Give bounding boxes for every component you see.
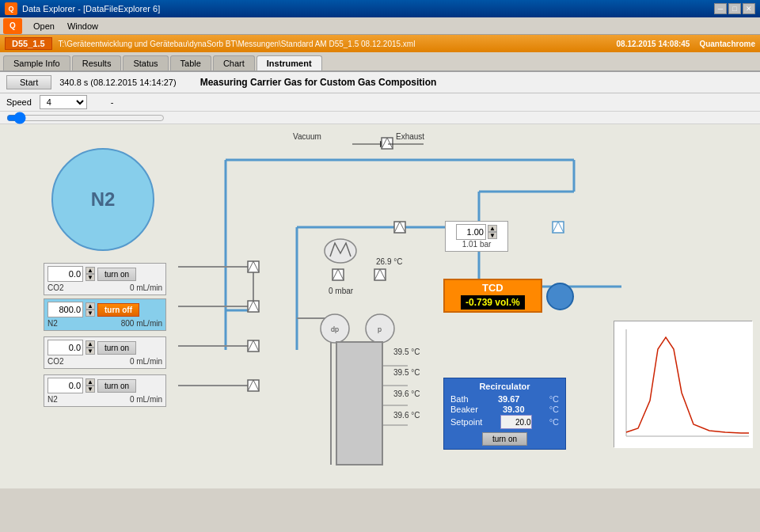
chart-svg <box>614 321 753 448</box>
bath-value: 39.67 <box>498 394 520 404</box>
title-bar: Q Data Explorer - [DataFileExplorer 6] ─… <box>0 0 760 17</box>
n2-active-input[interactable] <box>48 302 83 317</box>
menu-bar: Q Open Window <box>0 17 760 35</box>
n2-circle: N2 <box>51 148 154 251</box>
n2-active-flow: 800 mL/min <box>121 319 162 328</box>
software-name: Quantachrome <box>699 40 755 48</box>
menu-window[interactable]: Window <box>61 20 104 32</box>
svg-point-31 <box>325 239 356 263</box>
recirc-turn-on-btn[interactable]: turn on <box>482 432 527 446</box>
co2-top-btn[interactable]: turn on <box>97 268 136 281</box>
setpoint-unit: °C <box>549 417 559 427</box>
tcd-box: TCD -0.739 vol.% <box>443 279 542 313</box>
pressure-spinner[interactable]: ▲ ▼ <box>488 225 497 239</box>
temp-label-3: 39.6 °C <box>393 390 420 398</box>
co2-mid-input[interactable] <box>48 340 83 355</box>
beaker-unit: °C <box>549 405 559 414</box>
n2-bottom-input[interactable] <box>48 378 83 393</box>
n2-bottom-btn[interactable]: turn on <box>97 379 136 393</box>
co2-top-gas: CO2 <box>48 283 64 292</box>
svg-rect-20 <box>248 380 259 391</box>
mbar-label: 0 mbar <box>329 287 353 295</box>
svg-text:p: p <box>378 325 382 333</box>
n2-bottom-down[interactable]: ▼ <box>86 386 95 393</box>
svg-rect-32 <box>332 269 344 280</box>
svg-rect-44 <box>553 222 564 233</box>
co2-top-flow: 0 mL/min <box>130 283 162 292</box>
file-bar: D55_1.5 T:\Geräteentwicklung und Geräteb… <box>0 35 760 52</box>
temp-label-1: 39.5 °C <box>393 348 420 356</box>
tab-bar: Sample Info Results Status Table Chart I… <box>0 52 760 72</box>
co2-top-down[interactable]: ▼ <box>86 274 95 281</box>
tcd-value: -0.739 vol.% <box>461 295 525 310</box>
speed-select[interactable]: 41235 <box>40 95 87 109</box>
file-datetime: 08.12.2015 14:08:45 <box>617 40 690 48</box>
n2-bottom-spinner[interactable]: ▲ ▼ <box>86 378 95 393</box>
setpoint-input[interactable] <box>500 415 532 429</box>
pressure-input[interactable] <box>456 224 486 240</box>
temp-label-4: 39.6 °C <box>393 411 420 420</box>
file-id: D55_1.5 <box>5 37 52 50</box>
n2-active-up[interactable]: ▲ <box>86 302 95 310</box>
svg-rect-11 <box>248 261 259 272</box>
n2-active-down[interactable]: ▼ <box>86 310 95 317</box>
blue-detector-circle <box>546 283 574 310</box>
title-text: Data Explorer - [DataFileExplorer 6] <box>22 4 714 13</box>
co2-top-spinner[interactable]: ▲ ▼ <box>86 267 95 281</box>
temp-label-2: 39.5 °C <box>393 368 420 377</box>
app-icon: Q <box>5 2 17 15</box>
n2-active-gas: N2 <box>48 319 58 328</box>
exhaust-label: Exhaust <box>396 132 424 141</box>
file-path: T:\Geräteentwicklung und Gerätebau\dynaS… <box>59 40 617 48</box>
n2-bottom-flow: 0 mL/min <box>130 395 162 404</box>
start-button[interactable]: Start <box>6 75 51 89</box>
control-co2-mid: ▲ ▼ turn on CO2 0 mL/min <box>44 336 166 369</box>
svg-text:dp: dp <box>331 325 339 333</box>
co2-top-up[interactable]: ▲ <box>86 267 95 274</box>
control-co2-top: ▲ ▼ turn on CO2 0 mL/min <box>44 263 166 295</box>
close-button[interactable]: ✕ <box>743 3 755 14</box>
svg-rect-38 <box>394 222 405 233</box>
recirculator-box: Recirculator Bath 39.67 °C Beaker 39.30 … <box>443 378 566 450</box>
co2-mid-gas: CO2 <box>48 357 64 366</box>
minimize-button[interactable]: ─ <box>714 3 727 14</box>
svg-rect-14 <box>248 301 259 312</box>
co2-mid-btn[interactable]: turn on <box>97 341 136 355</box>
measuring-title: Measuring Carrier Gas for Custom Gas Com… <box>200 77 437 88</box>
tab-table[interactable]: Table <box>170 55 211 70</box>
svg-rect-35 <box>374 269 386 280</box>
pressure-down[interactable]: ▼ <box>488 232 497 239</box>
maximize-button[interactable]: □ <box>728 3 741 14</box>
n2-bottom-up[interactable]: ▲ <box>86 378 95 386</box>
beaker-label: Beaker <box>450 405 478 414</box>
tab-chart[interactable]: Chart <box>213 55 255 70</box>
pressure-up[interactable]: ▲ <box>488 225 497 232</box>
beaker-value: 39.30 <box>503 405 525 414</box>
co2-mid-spinner[interactable]: ▲ ▼ <box>86 340 95 355</box>
svg-rect-17 <box>248 340 259 352</box>
tab-results[interactable]: Results <box>72 55 122 70</box>
recirc-title: Recirculator <box>450 382 559 391</box>
speed-row: Speed 41235 - <box>0 93 760 112</box>
n2-label: N2 <box>91 188 116 211</box>
bath-label: Bath <box>450 394 469 404</box>
n2-active-btn[interactable]: turn off <box>97 303 139 317</box>
tab-sample-info[interactable]: Sample Info <box>3 55 70 70</box>
n2-active-spinner[interactable]: ▲ ▼ <box>86 302 95 317</box>
setpoint-label: Setpoint <box>450 417 482 427</box>
main-content: N2 ▲ ▼ turn on CO2 0 mL/min ▲ ▼ turn off <box>0 124 760 488</box>
position-slider[interactable] <box>6 112 165 124</box>
app-menu-icon: Q <box>3 18 22 34</box>
co2-mid-down[interactable]: ▼ <box>86 348 95 355</box>
toolbar: Start 340.8 s (08.12.2015 14:14:27) Meas… <box>0 72 760 93</box>
co2-top-input[interactable] <box>48 266 83 282</box>
time-label: 340.8 s (08.12.2015 14:14:27) <box>59 78 176 87</box>
co2-mid-up[interactable]: ▲ <box>86 340 95 348</box>
tab-status[interactable]: Status <box>123 55 168 70</box>
svg-rect-53 <box>336 342 382 465</box>
co2-mid-flow: 0 mL/min <box>130 357 162 366</box>
mini-chart <box>614 321 752 447</box>
tab-instrument[interactable]: Instrument <box>256 55 322 70</box>
control-n2-bottom: ▲ ▼ turn on N2 0 mL/min <box>44 374 166 407</box>
menu-open[interactable]: Open <box>27 20 61 32</box>
